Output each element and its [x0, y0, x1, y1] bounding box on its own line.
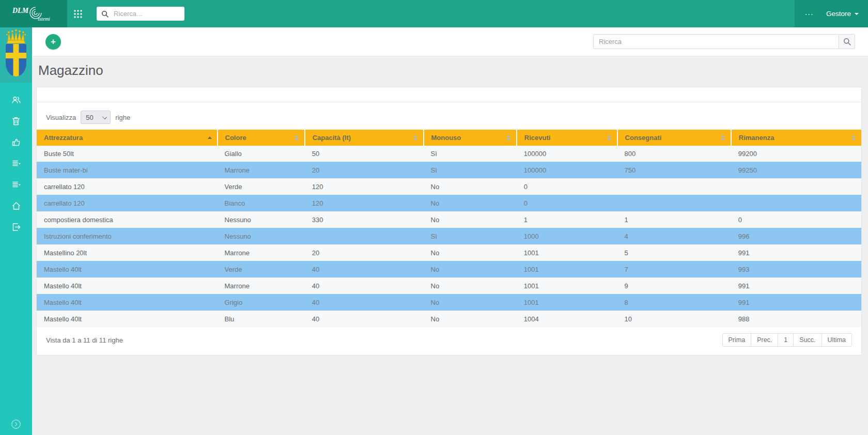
cell-monouso: No [424, 212, 517, 228]
sidebar-item-list-1[interactable] [0, 153, 32, 174]
cell-attrezzatura: Istruzioni conferimento [37, 228, 218, 245]
page-size-select-wrap: 50 [81, 111, 111, 124]
content-search-input[interactable] [593, 34, 839, 49]
table-row[interactable]: Mastellino 20lt Marrone 20 No 1001 5 991 [37, 245, 861, 261]
cell-attrezzatura: Buste mater-bi [37, 162, 218, 179]
table-row[interactable]: Buste mater-bi Marrone 20 Sì 100000 750 … [37, 162, 861, 179]
add-button[interactable]: + [45, 34, 61, 50]
table-row[interactable]: Mastello 40lt Marrone 40 No 1001 9 991 [37, 278, 861, 294]
more-menu[interactable]: ... [795, 0, 822, 27]
cell-colore: Bianco [218, 195, 305, 212]
cell-rimanenza: 996 [731, 228, 861, 245]
cell-monouso: Sì [424, 146, 517, 162]
sidebar-item-list-2[interactable] [0, 174, 32, 195]
cell-monouso: No [424, 195, 517, 212]
cell-capacita: 40 [305, 294, 424, 311]
brand-logo[interactable]: DLM istemi [0, 0, 67, 27]
cell-monouso: No [424, 179, 517, 195]
show-label: Visualizza [46, 114, 76, 121]
thumbs-up-icon [11, 137, 21, 147]
sidebar-expand-button[interactable] [0, 418, 32, 430]
navbar-right: ... Gestore [795, 0, 868, 27]
crown-icon [4, 28, 28, 44]
cell-rimanenza [731, 195, 861, 212]
cell-ricevuti: 100000 [517, 162, 617, 179]
cell-colore: Verde [218, 179, 305, 195]
table-row[interactable]: Buste 50lt Giallo 50 Sì 100000 800 99200 [37, 146, 861, 162]
table-row[interactable]: carrellato 120 Verde 120 No 0 [37, 179, 861, 195]
rows-label: righe [115, 114, 130, 121]
cell-capacita: 120 [305, 195, 424, 212]
cell-attrezzatura: Mastello 40lt [37, 294, 218, 311]
cell-monouso: No [424, 245, 517, 261]
cell-consegnati [617, 179, 731, 195]
table-row[interactable]: carrellato 120 Bianco 120 No 0 [37, 195, 861, 212]
cell-attrezzatura: carrellato 120 [37, 179, 218, 195]
content-search [593, 34, 855, 49]
cell-attrezzatura: compostiera domestica [37, 212, 218, 228]
pagination-last[interactable]: Ultima [822, 333, 852, 347]
cell-consegnati: 750 [617, 162, 731, 179]
sidebar-item-logout[interactable] [0, 216, 32, 238]
sign-out-icon [11, 222, 21, 232]
cell-consegnati: 4 [617, 228, 731, 245]
cell-attrezzatura: Mastello 40lt [37, 261, 218, 278]
pagination-page-1[interactable]: 1 [778, 333, 794, 347]
home-icon [11, 201, 21, 211]
cell-ricevuti: 1000 [517, 228, 617, 245]
sort-icon [607, 135, 612, 141]
table-row[interactable]: Mastello 40lt Grigio 40 No 1001 8 991 [37, 294, 861, 311]
pagination-prev[interactable]: Prec. [751, 333, 778, 347]
cell-ricevuti: 0 [517, 195, 617, 212]
page-size-select[interactable]: 50 [81, 111, 111, 124]
cell-ricevuti: 1 [517, 212, 617, 228]
municipality-crest-logo[interactable] [0, 27, 32, 83]
table-row[interactable]: Mastello 40lt Verde 40 No 1001 7 993 [37, 261, 861, 278]
content-search-button[interactable] [839, 34, 855, 49]
sort-icon [413, 135, 418, 141]
cell-colore: Verde [218, 261, 305, 278]
pagination: Prima Prec. 1 Succ. Ultima [722, 333, 852, 347]
pagination-next[interactable]: Succ. [793, 333, 822, 347]
column-header-monouso[interactable]: Monouso [424, 130, 517, 146]
cell-rimanenza: 991 [731, 278, 861, 294]
column-header-rimanenza[interactable]: Rimanenza [731, 130, 861, 146]
pagination-first[interactable]: Prima [722, 333, 752, 347]
cell-rimanenza: 99200 [731, 146, 861, 162]
cell-attrezzatura: Mastellino 20lt [37, 245, 218, 261]
cell-ricevuti: 1001 [517, 261, 617, 278]
chevron-right-circle-icon [10, 418, 22, 430]
cell-capacita [305, 228, 424, 245]
sidebar-item-home[interactable] [0, 195, 32, 216]
cell-ricevuti: 1004 [517, 311, 617, 328]
column-header-attrezzatura[interactable]: Attrezzatura [37, 130, 218, 146]
column-header-colore[interactable]: Colore [218, 130, 305, 146]
column-header-capacita[interactable]: Capacità (lt) [305, 130, 424, 146]
top-navbar: DLM istemi ... [0, 0, 868, 27]
table-row[interactable]: Istruzioni conferimento Nessuno Sì 1000 … [37, 228, 861, 245]
cell-capacita: 120 [305, 179, 424, 195]
navbar-search-input[interactable] [113, 9, 180, 18]
user-menu[interactable]: Gestore [822, 0, 868, 27]
table-row[interactable]: Mastello 40lt Blu 40 No 1004 10 988 [37, 311, 861, 328]
cell-capacita: 40 [305, 311, 424, 328]
shield-cross-icon [6, 44, 26, 76]
sidebar-item-users[interactable] [0, 89, 32, 111]
table-row[interactable]: compostiera domestica Nessuno 330 No 1 1… [37, 212, 861, 228]
cell-rimanenza: 0 [731, 212, 861, 228]
column-header-ricevuti[interactable]: Ricevuti [517, 130, 617, 146]
cell-monouso: Sì [424, 162, 517, 179]
cell-capacita: 50 [305, 146, 424, 162]
apps-grid-button[interactable] [69, 5, 87, 23]
column-header-consegnati[interactable]: Consegnati [617, 130, 731, 146]
navbar-search [97, 7, 184, 21]
table-footer: Vista da 1 a 11 di 11 righe Prima Prec. … [37, 327, 861, 355]
sidebar-item-trash[interactable] [0, 111, 32, 132]
cell-consegnati: 10 [617, 311, 731, 328]
sidebar-item-approvals[interactable] [0, 132, 32, 153]
cell-monouso: No [424, 294, 517, 311]
cell-ricevuti: 100000 [517, 146, 617, 162]
cell-colore: Marrone [218, 278, 305, 294]
sort-icon [295, 135, 299, 141]
cell-consegnati: 1 [617, 212, 731, 228]
